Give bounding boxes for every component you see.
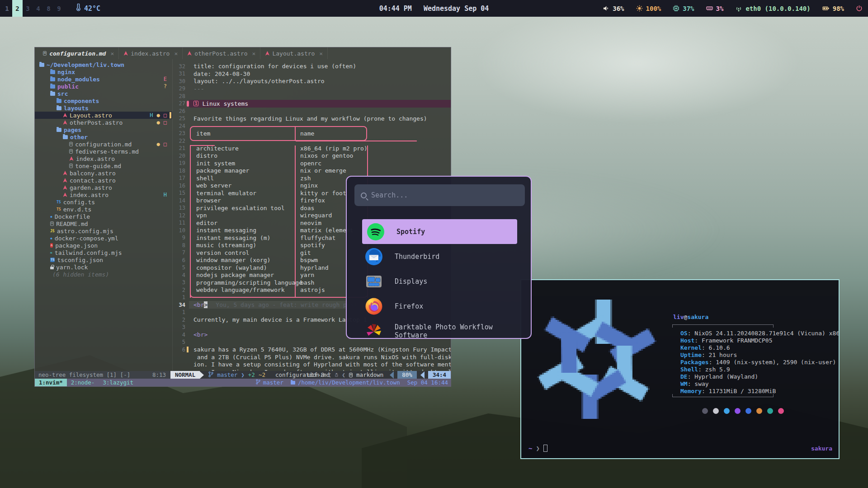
app-launcher: SpotifyThunderbirdDisplaysFirefoxDarktab… [346,176,532,339]
git-status-mark: H [164,192,167,198]
astro-icon [69,156,74,161]
tree-item-contact.astro[interactable]: contact.astro [35,177,172,184]
tree-item-~-Development-liv.town[interactable]: ~/Development/liv.town [35,61,172,68]
temperature-module[interactable]: 42°C [76,4,100,13]
module-network[interactable]: eth0 (10.0.0.140) [735,5,810,12]
tab-Layout.astro[interactable]: Layout.astro× [260,47,328,59]
tab-configuration.md[interactable]: Mconfiguration.md× [38,47,119,59]
launcher-item-thunderbird[interactable]: Thunderbird [360,244,519,269]
tree-item-env.d.ts[interactable]: TSenv.d.ts [35,206,172,213]
tree-item-garden.astro[interactable]: garden.astro [35,184,172,191]
tmux-window-2:node-[interactable]: 2:node- [67,379,99,386]
tree-item-layouts[interactable]: layouts [35,104,172,112]
table-cell: browser [191,197,295,204]
tree-item-pages[interactable]: pages [35,126,172,133]
fetch-info-kernel: Kernel: 6.10.6 [680,344,730,352]
terminal-cursor [543,445,547,452]
table-cell: vpn [191,212,295,219]
folder-open-icon [57,128,61,132]
line-text: title: configuration for devices i use (… [193,63,356,70]
tree-item-tailwind.config.mjs[interactable]: ≈tailwind.config.mjs [35,249,172,256]
tree-item-tsconfig.json[interactable]: TStsconfig.json [35,256,172,263]
terminal-window-fastfetch[interactable]: liv@sakura OS: NixOS 24.11.20240828.71e9… [520,279,840,459]
sign-column [185,241,191,249]
tree-item-index.astro[interactable]: index.astroH [35,191,172,198]
launcher-item-spotify[interactable]: Spotify [362,219,517,244]
close-icon[interactable]: × [252,50,256,57]
tree-item-node-modules[interactable]: node_modulesE [35,75,172,83]
tree-item-label: yarn.lock [56,264,88,271]
clock-time: 04:44 PM [379,5,412,13]
tab-otherPost.astro[interactable]: otherPost.astro× [183,47,260,59]
javascript-icon: JS [50,229,55,233]
close-icon[interactable]: × [110,50,114,57]
tree-item-public[interactable]: public? [35,83,172,90]
tmux-window-1:nvim*[interactable]: 1:nvim* [35,379,67,386]
powerline-separator: ❮ [328,371,331,378]
launcher-item-displays[interactable]: Displays [360,269,519,294]
tmux-window-3:lazygit[interactable]: 3:lazygit [99,379,137,386]
tree-item-index.astro[interactable]: index.astro [35,155,172,162]
tree-item--6-hidden-items-[interactable]: (6 hidden items) [35,271,172,278]
scroll-progress: 80% [397,371,417,379]
tree-item-Layout.astro[interactable]: Layout.astroH●□ [35,112,172,119]
tree-item-configuration.md[interactable]: Mconfiguration.md●□ [35,141,172,148]
search-input[interactable] [371,191,507,199]
tree-item-config.ts[interactable]: TSconfig.ts [35,198,172,206]
folder-open-icon [63,135,68,139]
shell-prompt[interactable]: ~ ❯ [528,445,547,452]
tab-index.astro[interactable]: index.astro× [119,47,183,59]
tree-item-src[interactable]: src [35,90,172,97]
launcher-item-darktable-photo-workflow-software[interactable]: Darktable Photo Workflow Software [360,319,519,339]
tree-item-otherPost.astro[interactable]: otherPost.astro●□ [35,119,172,126]
markdown-icon: M [349,373,353,377]
workspace-button-9[interactable]: 9 [54,0,64,17]
module-network-value: eth0 (10.0.0.140) [745,5,810,12]
module-power[interactable] [856,5,863,12]
workspace-button-1[interactable]: 1 [2,0,12,17]
line-number: 1 [173,309,185,315]
line-text: date: 2024-08-30 [193,70,250,77]
editor-line: 20distronixos or gentoo [173,152,451,160]
launcher-search[interactable] [354,184,525,206]
tree-item-balcony.astro[interactable]: balcony.astro [35,169,172,177]
module-volume[interactable]: 36% [603,5,624,12]
line-number: 22 [173,138,185,144]
line-number: 31 [173,70,185,77]
sign-column [185,137,191,145]
tree-item-package.json[interactable]: npackage.json [35,242,172,249]
module-brightness[interactable]: 100% [636,5,661,12]
module-cpu[interactable]: 37% [673,5,694,12]
workspace-button-8[interactable]: 8 [43,0,54,17]
tree-item-components[interactable]: components [35,97,172,104]
close-icon[interactable]: × [319,50,323,57]
tree-item-docker-compose.yml[interactable]: ◆docker-compose.yml [35,235,172,242]
tree-item-nginx[interactable]: nginx [35,68,172,75]
tree-item-tone-guide.md[interactable]: Mtone-guide.md [35,162,172,169]
tree-item-label: other [70,134,88,141]
git-branch-icon [256,379,260,386]
workspace-button-2[interactable]: 2 [12,0,23,17]
markdown-icon: M [50,221,54,226]
tree-item-Dockerfile[interactable]: ◆Dockerfile [35,213,172,220]
tree-item-other[interactable]: other [35,133,172,141]
info-bracket-top [672,324,774,328]
workspace-button-3[interactable]: 3 [23,0,33,17]
module-battery[interactable]: 98% [822,5,844,12]
terminal-color-palette [702,408,784,414]
line-text: layout: ../../layouts/otherPost.astro [193,78,325,84]
table-cell: fluffychat [295,235,335,241]
tree-item-fediverse-terms.md[interactable]: Mfediverse-terms.md [35,148,172,155]
tree-item-yarn.lock[interactable]: yarn.lock [35,263,172,271]
tree-item-README.md[interactable]: MREADME.md [35,220,172,227]
launcher-item-firefox[interactable]: Firefox [360,294,519,319]
cpu-icon [673,5,679,12]
line-number: 7 [173,249,185,256]
speaker-icon [603,5,609,12]
workspace-button-4[interactable]: 4 [33,0,43,17]
module-memory[interactable]: 3% [706,5,724,12]
firefox-icon [365,297,383,315]
close-icon[interactable]: × [174,50,178,57]
line-number: 15 [173,190,185,196]
tree-item-astro.config.mjs[interactable]: JSastro.config.mjs [35,227,172,235]
